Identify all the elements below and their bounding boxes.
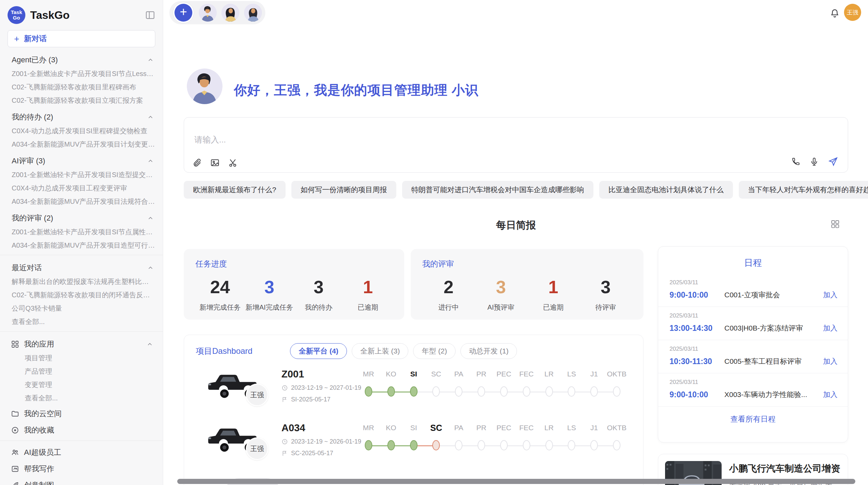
suggestion-chip[interactable]: 当下年轻人对汽车外观有怎样的喜好趋势	[739, 181, 868, 199]
dashboard-title[interactable]: 项目Dashboard	[196, 346, 252, 357]
join-button[interactable]: 加入	[823, 323, 837, 333]
sidebar-item[interactable]: Z001-全新燃油轻卡产品开发项目SI造型提交物评审	[12, 171, 155, 179]
sidebar-group-my-apps[interactable]: 我的应用	[11, 340, 155, 349]
milestone-node[interactable]	[500, 386, 508, 397]
phone-icon[interactable]	[791, 157, 800, 166]
app-item-project-mgmt[interactable]: 项目管理	[25, 354, 155, 362]
tab-powertrain[interactable]: 动总开发 (1)	[460, 343, 517, 359]
milestone-node-done[interactable]	[410, 440, 418, 450]
chevron-up-icon[interactable]	[147, 215, 154, 222]
milestone-node-done[interactable]	[410, 386, 418, 397]
view-all-chats-link[interactable]: 查看全部...	[12, 318, 155, 326]
app-item-change-mgmt[interactable]: 变更管理	[25, 381, 155, 389]
recent-chat-item[interactable]: C02-飞腾新能源轻客改款项目的闭环通告反馈情况	[12, 291, 155, 299]
sidebar-item[interactable]: C0X4-动力总成开发项目工程变更评审	[12, 184, 155, 192]
chat-tab-avatar[interactable]	[221, 4, 239, 22]
sidebar-item[interactable]: C02-飞腾新能源轻客改款项目里程碑画布	[12, 83, 155, 91]
panel-collapse-icon[interactable]	[145, 10, 155, 20]
join-button[interactable]: 加入	[823, 357, 837, 366]
project-name[interactable]: Z001	[281, 369, 304, 380]
milestone-node[interactable]	[568, 440, 575, 450]
sidebar-item[interactable]: Z001-全新燃油轻卡产品开发项目SI节点属性5D文件评审	[12, 228, 155, 236]
chat-tab-avatar[interactable]	[244, 4, 262, 22]
recent-chat-item[interactable]: 解释最新出台的欧盟报废车法规再生塑料比例被调至15%...	[12, 277, 155, 286]
project-owner-badge[interactable]: 王强	[246, 384, 268, 406]
project-name[interactable]: A034	[281, 422, 305, 434]
suggestion-chip[interactable]: 特朗普可能对进口汽车增税会对中国车企造成哪些影响	[402, 181, 593, 199]
sidebar-item[interactable]: Z001-全新燃油皮卡产品开发项目SI节点Lesson Learn报告	[12, 70, 155, 78]
scissors-icon[interactable]	[228, 158, 238, 167]
section-header-agent-done[interactable]: Agent已办 (3)	[12, 55, 155, 64]
layout-grid-icon[interactable]	[830, 219, 840, 229]
milestone-node[interactable]	[590, 440, 598, 450]
milestone-node-done[interactable]	[365, 386, 372, 397]
sidebar-item-ai-employee[interactable]: AI超级员工	[11, 448, 155, 457]
new-chat-button[interactable]: + 新对话	[8, 30, 155, 47]
section-header-my-review[interactable]: 我的评审 (2)	[12, 214, 155, 223]
message-input[interactable]	[194, 135, 742, 145]
milestone-node[interactable]	[523, 386, 530, 397]
mic-icon[interactable]	[809, 157, 819, 166]
section-header-ai-review[interactable]: AI评审 (3)	[12, 157, 155, 165]
milestone-node[interactable]	[545, 386, 553, 397]
milestone-node[interactable]	[523, 440, 530, 450]
bell-icon[interactable]	[830, 8, 840, 18]
join-button[interactable]: 加入	[823, 390, 837, 399]
view-all-schedule-link[interactable]: 查看所有日程	[658, 414, 848, 424]
tab-new-body[interactable]: 全新上装 (3)	[352, 343, 409, 359]
user-avatar[interactable]: 王强	[844, 4, 861, 21]
sidebar-item-cloud-space[interactable]: 我的云空间	[11, 409, 155, 419]
milestone-label: OKTB	[605, 369, 628, 379]
sidebar-item-favorites[interactable]: 我的收藏	[11, 425, 155, 435]
tab-new-platform[interactable]: 全新平台 (4)	[290, 343, 347, 359]
milestone-node[interactable]	[478, 440, 485, 450]
sidebar-item-creative-draw[interactable]: 创意制图	[11, 481, 155, 485]
milestone-node[interactable]	[590, 386, 598, 397]
chevron-up-icon[interactable]	[147, 264, 154, 271]
chat-tab-avatar[interactable]	[199, 4, 217, 22]
suggestion-chip[interactable]: 如何写一份清晰的项目周报	[291, 181, 396, 199]
milestone-node[interactable]	[455, 440, 462, 450]
milestone-node-overdue[interactable]	[432, 440, 440, 450]
project-owner-badge[interactable]: 王强	[246, 437, 268, 460]
paperclip-icon[interactable]	[192, 158, 202, 167]
sidebar-item[interactable]: C02-飞腾新能源轻客改款项目立项汇报方案	[12, 96, 155, 104]
schedule-event-title: C003|H0B-方案冻结评审	[724, 323, 823, 333]
sidebar-item-help-write[interactable]: 帮我写作	[11, 464, 155, 474]
view-all-apps-link[interactable]: 查看全部...	[25, 394, 155, 402]
chevron-up-icon[interactable]	[147, 57, 154, 63]
sidebar-item[interactable]: C0X4-动力总成开发项目SI里程碑提交物检查	[12, 127, 155, 135]
sidebar-item[interactable]: A034-全新新能源MUV产品开发项目造型可行性评审	[12, 241, 155, 249]
tab-year-model[interactable]: 年型 (2)	[413, 343, 456, 359]
milestone-node[interactable]	[568, 386, 575, 397]
milestone-node[interactable]	[455, 386, 462, 397]
section-header-recent-chats[interactable]: 最近对话	[12, 263, 155, 272]
join-button[interactable]: 加入	[823, 290, 837, 300]
new-tab-button[interactable]: +	[173, 2, 194, 23]
image-icon[interactable]	[210, 158, 220, 167]
chevron-up-icon[interactable]	[147, 114, 154, 121]
app-item-product-mgmt[interactable]: 产品管理	[25, 367, 155, 375]
suggestion-chip[interactable]: 欧洲新规最近颁布了什么?	[184, 181, 286, 199]
horizontal-scrollbar[interactable]	[177, 479, 855, 484]
milestone-node[interactable]	[613, 440, 620, 450]
milestone-node-done[interactable]	[365, 440, 372, 450]
assistant-avatar	[187, 69, 222, 104]
milestone-node[interactable]	[500, 440, 508, 450]
milestone-node[interactable]	[478, 386, 485, 397]
sidebar-item[interactable]: A034-全新新能源MUV产品开发项目法规符合性评审	[12, 197, 155, 206]
write-icon	[11, 465, 19, 473]
milestone-node-done[interactable]	[387, 440, 395, 450]
send-icon[interactable]	[828, 157, 838, 167]
chevron-up-icon[interactable]	[147, 158, 154, 164]
sidebar-item[interactable]: A034-全新新能源MUV产品开发项目计划变更表编写	[12, 140, 155, 148]
section-header-my-todo[interactable]: 我的待办 (2)	[12, 113, 155, 122]
suggestion-chip[interactable]: 比亚迪全固态电池计划具体说了什么	[599, 181, 733, 199]
milestone-node[interactable]	[545, 440, 553, 450]
milestone-node-done[interactable]	[387, 386, 395, 397]
milestone-node[interactable]	[432, 386, 440, 397]
clock-icon	[281, 385, 288, 391]
milestone-node[interactable]	[613, 386, 620, 397]
chevron-up-icon[interactable]	[146, 341, 153, 348]
recent-chat-item[interactable]: 公司Q3轻卡销量	[12, 304, 155, 312]
